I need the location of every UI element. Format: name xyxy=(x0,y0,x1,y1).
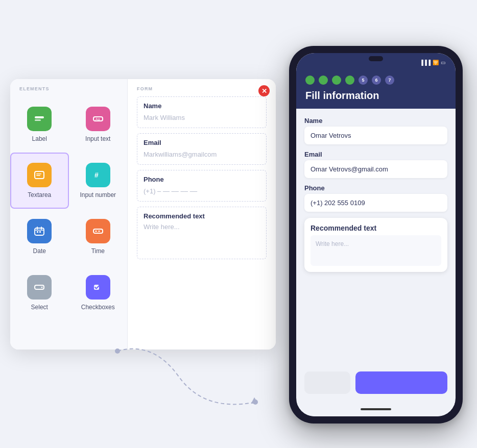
elements-grid: Label Aa Input text Textarea # xyxy=(10,96,127,321)
field-email-input[interactable]: Markwilliams@gmailcom xyxy=(144,150,260,159)
step-2 xyxy=(319,76,328,85)
phone-textarea-input[interactable]: Write here... xyxy=(311,235,441,266)
phone-screen: ▐▐▐ 🛜 ▭ 5 6 7 Fill information Name xyxy=(296,53,456,416)
date-icon xyxy=(27,219,52,243)
phone-header-title: Fill information xyxy=(305,90,446,102)
textarea-icon xyxy=(27,163,52,187)
phone-next-button[interactable] xyxy=(355,371,447,394)
battery-icon: ▭ xyxy=(441,60,445,65)
svg-rect-5 xyxy=(36,173,41,175)
phone-home-bar xyxy=(296,402,456,416)
field-recommended-label: Recommended text xyxy=(144,212,260,220)
phone-steps: 5 6 7 xyxy=(305,76,446,85)
phone-back-button[interactable] xyxy=(304,371,350,394)
wifi-icon: 🛜 xyxy=(433,60,439,65)
element-label[interactable]: Label xyxy=(10,96,69,153)
phone-content: Name Omar Vetrovs Email Omar Vetrovs@gma… xyxy=(296,109,456,366)
step-7: 7 xyxy=(385,76,394,85)
phone-email-label: Email xyxy=(304,151,447,158)
phone-field-phone: Phone (+1) 202 555 0109 xyxy=(304,184,447,212)
input-text-label: Input text xyxy=(85,135,110,142)
phone-footer xyxy=(296,366,456,402)
svg-rect-6 xyxy=(36,175,40,176)
element-select[interactable]: Select xyxy=(10,265,69,321)
svg-marker-22 xyxy=(251,397,259,406)
select-icon xyxy=(27,275,52,300)
phone-field-name: Name Omar Vetrovs xyxy=(304,117,447,144)
field-phone-label: Phone xyxy=(144,176,260,183)
time-icon xyxy=(86,219,110,243)
svg-rect-15 xyxy=(95,231,97,232)
form-field-phone: Phone (+1) – — –– –– –– xyxy=(137,170,267,202)
time-label: Time xyxy=(91,247,105,255)
input-text-icon: Aa xyxy=(86,107,110,131)
textarea-label: Textarea xyxy=(28,191,51,198)
phone-name-value[interactable]: Omar Vetrovs xyxy=(304,127,447,144)
step-4 xyxy=(345,76,354,85)
elements-section-label: Elements xyxy=(10,86,127,96)
element-input-number[interactable]: # Input number xyxy=(69,153,128,209)
phone-email-value[interactable]: Omar Vetrovs@gmail.com xyxy=(304,160,447,178)
form-field-email: Email Markwilliams@gmailcom xyxy=(137,133,267,165)
element-checkboxes[interactable]: Checkboxes xyxy=(69,265,128,321)
svg-rect-1 xyxy=(35,119,41,121)
phone-notch xyxy=(369,56,383,61)
element-date[interactable]: Date xyxy=(10,209,69,265)
checkboxes-label: Checkboxes xyxy=(81,304,115,311)
phone-notch-bar: ▐▐▐ 🛜 ▭ xyxy=(296,53,456,71)
phone-header: 5 6 7 Fill information xyxy=(296,71,456,109)
label-icon xyxy=(27,107,52,131)
element-label-text: Label xyxy=(32,135,47,142)
signal-icon: ▐▐▐ xyxy=(420,60,431,65)
form-field-name: Name Mark Williams xyxy=(137,96,267,128)
form-fields: Name Mark Williams Email Markwilliams@gm… xyxy=(128,96,276,264)
dashed-arrow xyxy=(102,336,266,428)
step-6: 6 xyxy=(372,76,381,85)
phone-name-label: Name xyxy=(304,117,447,125)
form-builder-panel: Elements Label Aa Input text xyxy=(10,79,276,350)
field-phone-input[interactable]: (+1) – — –– –– –– xyxy=(144,186,260,196)
field-name-label: Name xyxy=(144,102,260,110)
checkboxes-icon xyxy=(86,275,110,300)
element-time[interactable]: Time xyxy=(69,209,128,265)
phone-phone-value[interactable]: (+1) 202 555 0109 xyxy=(304,194,447,212)
phone-textarea-label: Recommended text xyxy=(311,224,441,232)
form-delete-button[interactable]: ✕ xyxy=(258,85,270,96)
step-3 xyxy=(332,76,341,85)
step-1 xyxy=(305,76,315,85)
select-label: Select xyxy=(31,304,48,311)
phone-phone-label: Phone xyxy=(304,184,447,192)
svg-text:Aa: Aa xyxy=(96,117,100,121)
element-textarea[interactable]: Textarea xyxy=(10,153,69,209)
svg-text:#: # xyxy=(94,171,99,179)
field-email-label: Email xyxy=(144,139,260,146)
input-number-label: Input number xyxy=(80,191,116,198)
elements-sidebar: Elements Label Aa Input text xyxy=(10,79,128,350)
phone-home-indicator xyxy=(361,408,391,410)
svg-rect-0 xyxy=(35,116,44,118)
element-input-text[interactable]: Aa Input text xyxy=(69,96,128,153)
input-number-icon: # xyxy=(86,163,110,187)
form-section-label: Form xyxy=(128,79,276,96)
form-field-recommended: Recommended text Write here... xyxy=(137,207,267,259)
svg-point-21 xyxy=(253,400,258,405)
phone-field-email: Email Omar Vetrovs@gmail.com xyxy=(304,151,447,178)
phone-textarea-box: Recommended text Write here... xyxy=(304,218,447,272)
form-panel: Form ✕ Name Mark Williams Email Markwill… xyxy=(128,79,276,350)
field-recommended-textarea[interactable]: Write here... xyxy=(144,223,260,254)
svg-rect-12 xyxy=(37,231,38,233)
phone-status-icons: ▐▐▐ 🛜 ▭ xyxy=(420,60,445,65)
svg-marker-18 xyxy=(41,287,43,288)
date-label: Date xyxy=(33,247,46,255)
field-name-input[interactable]: Mark Williams xyxy=(144,113,260,122)
svg-rect-16 xyxy=(98,231,100,232)
svg-rect-13 xyxy=(39,231,41,233)
phone-mockup: ▐▐▐ 🛜 ▭ 5 6 7 Fill information Name xyxy=(289,46,463,424)
step-5: 5 xyxy=(359,76,368,85)
